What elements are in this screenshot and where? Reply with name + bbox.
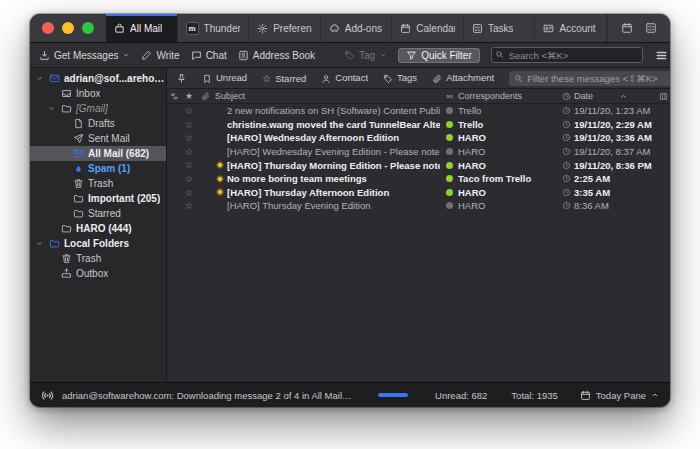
folder-item[interactable]: Sent Mail bbox=[30, 131, 166, 146]
thread-column-header[interactable] bbox=[167, 92, 181, 101]
quick-filter-toggle[interactable]: Contact bbox=[321, 72, 368, 83]
message-row[interactable]: ☆ [HARO] Wednesday Afternoon Edition HAR… bbox=[167, 131, 670, 145]
date-icon-column-header[interactable] bbox=[558, 92, 574, 101]
folder-icon bbox=[73, 208, 84, 219]
message-row[interactable]: ☆ 2 new notifications on SH (Software) C… bbox=[167, 104, 670, 118]
date-column-header[interactable]: Date bbox=[574, 91, 656, 101]
folder-label: Outbox bbox=[76, 268, 108, 279]
search-icon bbox=[495, 50, 504, 59]
mail-icon bbox=[49, 73, 60, 84]
tab[interactable]: Preferences bbox=[249, 14, 321, 42]
star-toggle[interactable]: ☆ bbox=[181, 120, 197, 130]
message-date: 19/11/20, 8:36 PM bbox=[574, 160, 656, 171]
folder-item[interactable]: HARO (444) bbox=[30, 221, 166, 236]
message-row[interactable]: ☆ [HARO] Thursday Evening Edition HARO bbox=[167, 199, 670, 213]
star-toggle[interactable]: ☆ bbox=[181, 160, 197, 170]
quick-filter-toggle-button[interactable]: Quick Filter bbox=[398, 48, 480, 63]
clock-icon bbox=[562, 106, 571, 115]
message-row[interactable]: ☆ [HARO] Thursday Morning Edition - Plea… bbox=[167, 158, 670, 172]
folder-item[interactable]: Trash bbox=[30, 251, 166, 266]
attachment-column-header[interactable] bbox=[197, 92, 213, 101]
zoom-window-button[interactable] bbox=[82, 22, 94, 34]
tab[interactable]: All Mail bbox=[106, 14, 178, 42]
total-count: Total: 1935 bbox=[511, 390, 557, 401]
clock-icon bbox=[562, 174, 571, 183]
correspondents-icon-column-header[interactable] bbox=[440, 92, 458, 101]
star-toggle[interactable]: ☆ bbox=[181, 201, 197, 211]
puzzle-icon bbox=[329, 23, 340, 34]
paperclip-icon bbox=[432, 74, 442, 84]
folder-item[interactable]: Inbox bbox=[30, 86, 166, 101]
calendar-tab-button-icon[interactable] bbox=[621, 22, 633, 34]
star-toggle[interactable]: ☆ bbox=[181, 174, 197, 184]
star-column-header[interactable]: ★ bbox=[181, 92, 197, 101]
tab[interactable]: Tasks bbox=[464, 14, 536, 42]
subject-column-header[interactable]: Subject bbox=[213, 91, 440, 101]
tasks-tab-button-icon[interactable] bbox=[645, 22, 657, 34]
folder-item[interactable]: All Mail (682) bbox=[30, 146, 166, 161]
chat-button[interactable]: Chat bbox=[191, 50, 227, 61]
today-pane-label: Today Pane bbox=[596, 390, 646, 401]
quick-filter-toggle-label: Starred bbox=[275, 73, 306, 84]
read-status-dot bbox=[446, 134, 453, 141]
star-toggle[interactable]: ☆ bbox=[181, 106, 197, 116]
folder-item[interactable]: Spam (1) bbox=[30, 161, 166, 176]
message-date: 8:36 AM bbox=[574, 200, 656, 211]
correspondents-column-header[interactable]: Correspondents bbox=[458, 91, 558, 101]
star-icon: ☆ bbox=[185, 133, 194, 143]
today-pane-toggle[interactable]: Today Pane bbox=[580, 390, 659, 401]
tag-button[interactable]: Tag bbox=[344, 50, 387, 61]
message-correspondent: HARO bbox=[458, 200, 558, 211]
tab[interactable]: Calendar bbox=[392, 14, 464, 42]
folder-item[interactable]: Trash bbox=[30, 176, 166, 191]
minimize-window-button[interactable] bbox=[62, 22, 74, 34]
sort-ascending-icon bbox=[619, 92, 628, 101]
quick-filter-toggle[interactable]: Unread bbox=[202, 72, 247, 83]
twisty-icon[interactable] bbox=[36, 240, 46, 247]
message-row[interactable]: ☆ No more boring team meetings Taco from… bbox=[167, 172, 670, 186]
search-input[interactable] bbox=[491, 47, 643, 63]
twisty-icon[interactable] bbox=[36, 75, 46, 82]
app-menu-button[interactable] bbox=[654, 49, 670, 62]
tab[interactable]: Account Sett bbox=[535, 14, 607, 42]
sticky-filters-button[interactable] bbox=[176, 72, 187, 84]
tab[interactable]: Add-ons Ma bbox=[321, 14, 393, 42]
clock-icon bbox=[562, 201, 571, 210]
close-window-button[interactable] bbox=[42, 22, 54, 34]
twisty-icon[interactable] bbox=[48, 105, 58, 112]
chevron-down-icon bbox=[122, 51, 130, 59]
folder-item[interactable]: adrian@sof...arehow.com bbox=[30, 71, 166, 86]
quick-filter-toggle[interactable]: Attachment bbox=[432, 72, 494, 83]
tab-label: Calendar bbox=[416, 23, 455, 34]
chat-label: Chat bbox=[206, 50, 227, 61]
tab-label: Account Sett bbox=[559, 23, 598, 34]
star-toggle[interactable]: ☆ bbox=[181, 147, 197, 157]
message-row[interactable]: ☆ [HARO] Wednesday Evening Edition - Ple… bbox=[167, 145, 670, 159]
folder-item[interactable]: Drafts bbox=[30, 116, 166, 131]
folder-item[interactable]: [Gmail] bbox=[30, 101, 166, 116]
folder-label: All Mail (682) bbox=[88, 148, 149, 159]
write-button[interactable]: Write bbox=[141, 50, 179, 61]
address-book-button[interactable]: Address Book bbox=[238, 50, 315, 61]
folder-item[interactable]: Outbox bbox=[30, 266, 166, 281]
star-toggle[interactable]: ☆ bbox=[181, 133, 197, 143]
thread-icon bbox=[170, 92, 179, 101]
message-subject: christine.wang moved the card TunnelBear… bbox=[227, 119, 440, 130]
quick-filter-toggle[interactable]: ☆ Starred bbox=[262, 73, 306, 84]
folder-item[interactable]: Starred bbox=[30, 206, 166, 221]
quick-filter-toggle[interactable]: Tags bbox=[383, 72, 417, 83]
message-row[interactable]: ☆ [HARO] Thursday Afternoon Edition HARO bbox=[167, 186, 670, 200]
message-row[interactable]: ☆ christine.wang moved the card TunnelBe… bbox=[167, 118, 670, 132]
get-messages-button[interactable]: Get Messages bbox=[39, 50, 130, 61]
read-status-dot bbox=[446, 121, 453, 128]
star-toggle[interactable]: ☆ bbox=[181, 188, 197, 198]
filter-messages-input[interactable] bbox=[509, 71, 670, 86]
message-correspondent: HARO bbox=[458, 132, 558, 143]
column-picker-button[interactable] bbox=[656, 92, 670, 101]
folder-item[interactable]: Important (205) bbox=[30, 191, 166, 206]
chevron-down-icon bbox=[379, 51, 387, 59]
tab[interactable]: m Thunderbird bbox=[178, 14, 250, 42]
folder-item[interactable]: Local Folders bbox=[30, 236, 166, 251]
folder-icon bbox=[73, 193, 84, 204]
folder-icon bbox=[49, 238, 60, 249]
